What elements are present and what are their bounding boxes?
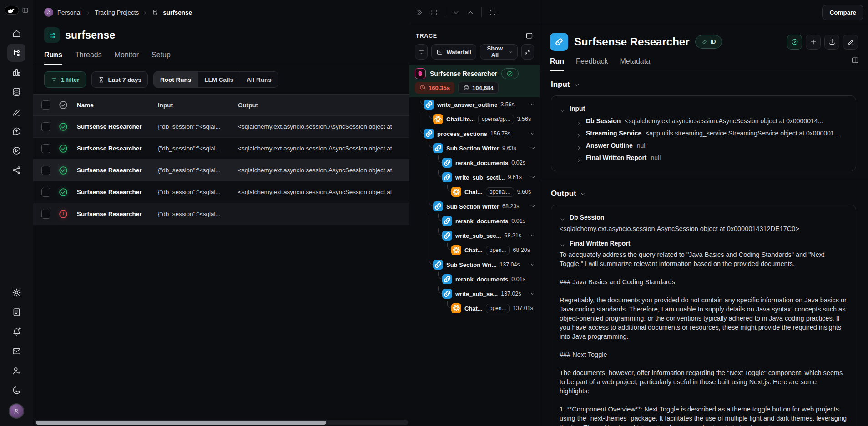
kv-row[interactable]: Db Session <sqlalchemy.ext.asyncio.sessi…	[560, 115, 848, 127]
chevron-down-icon[interactable]	[530, 232, 536, 239]
horizontal-scrollbar[interactable]	[35, 420, 408, 425]
chevron-down-icon[interactable]	[530, 291, 536, 297]
segment-root-runs[interactable]: Root Runs	[154, 72, 197, 87]
sidebar-item-annotation[interactable]	[7, 102, 25, 120]
chevron-right-icon[interactable]	[576, 118, 582, 124]
trace-tree-item[interactable]: ChatLite... openai/gp... 3.56s	[409, 112, 540, 126]
sidebar-item-theme-toggle[interactable]	[7, 381, 25, 399]
trace-tree-item[interactable]: Chat... open... 68.20s	[409, 243, 540, 257]
sidebar-item-docs[interactable]	[7, 303, 25, 321]
kv-row[interactable]: Input	[560, 103, 848, 115]
chevron-down-icon[interactable]	[530, 130, 536, 137]
share-button[interactable]	[824, 35, 839, 50]
run-id-button[interactable]: ID	[695, 35, 722, 49]
waterfall-button[interactable]: Waterfall	[431, 44, 476, 60]
detail-layout-icon[interactable]	[851, 56, 859, 64]
sidebar-item-tracing-projects[interactable]	[7, 44, 25, 62]
kv-row[interactable]: Answer Outline null	[560, 140, 848, 152]
workspace-avatar[interactable]	[44, 8, 53, 17]
tab-feedback[interactable]: Feedback	[576, 57, 608, 71]
chevron-right-icon[interactable]	[576, 155, 582, 161]
status-column-icon[interactable]	[58, 100, 68, 110]
trace-tree-item[interactable]: rerank_documents 0.01s	[409, 214, 540, 228]
user-avatar[interactable]	[9, 403, 24, 419]
table-row[interactable]: Surfsense Researcher {"db_session":"<sql…	[33, 116, 409, 138]
chevron-down-icon[interactable]	[560, 106, 565, 112]
sidebar-item-dashboards[interactable]	[7, 63, 25, 81]
tab-runs[interactable]: Runs	[44, 51, 62, 65]
chevron-down-icon[interactable]	[530, 145, 536, 151]
date-range-button[interactable]: Last 7 days	[91, 71, 148, 88]
trace-tree-item[interactable]: write_sub_se... 137.02s	[409, 286, 540, 301]
chevron-down-icon[interactable]	[530, 203, 536, 210]
sidebar-collapse-icon[interactable]	[22, 7, 29, 14]
trace-filter-button[interactable]	[415, 44, 428, 60]
sidebar-item-playground[interactable]	[7, 141, 25, 160]
row-checkbox[interactable]	[41, 210, 50, 219]
annotate-button[interactable]	[843, 35, 858, 50]
sidebar-item-notifications[interactable]	[7, 322, 25, 341]
collapse-detail-icon[interactable]	[416, 9, 424, 16]
sidebar-item-prompts[interactable]	[7, 122, 25, 140]
open-in-playground-button[interactable]	[787, 35, 802, 50]
trace-tree-item[interactable]: write_sub_secti... 9.61s	[409, 170, 540, 185]
column-header-output[interactable]: Output	[238, 102, 409, 109]
trace-tree-item[interactable]: Chat... open... 137.01s	[409, 301, 540, 316]
sidebar-item-inbox[interactable]	[7, 342, 25, 360]
row-checkbox[interactable]	[41, 188, 50, 197]
trace-tree-item[interactable]: write_sub_sec... 68.21s	[409, 228, 540, 243]
chevron-down-icon[interactable]	[530, 261, 536, 268]
tab-run[interactable]: Run	[550, 57, 564, 71]
trace-root-run[interactable]: Surfsense Researcher 160.35s 104,684	[409, 65, 540, 97]
breadcrumb-tracing-projects[interactable]: Tracing Projects	[95, 9, 139, 16]
show-all-dropdown[interactable]: Show All	[480, 44, 518, 60]
trace-tree-item[interactable]: rerank_documents 0.01s	[409, 272, 540, 286]
row-checkbox[interactable]	[41, 166, 50, 175]
sidebar-item-home[interactable]	[7, 24, 25, 42]
tab-setup[interactable]: Setup	[151, 51, 171, 65]
chevron-down-icon[interactable]	[560, 215, 565, 221]
kv-row[interactable]: Final Written Report	[560, 238, 848, 249]
segment-all-runs[interactable]: All Runs	[240, 72, 278, 87]
chevron-down-icon[interactable]	[530, 174, 536, 180]
input-section-header[interactable]: Input	[551, 80, 856, 89]
column-header-name[interactable]: Name	[77, 102, 158, 109]
trace-layout-icon[interactable]	[525, 32, 533, 40]
row-checkbox[interactable]	[41, 144, 50, 153]
langsmith-logo[interactable]	[5, 6, 19, 15]
trace-tree-item[interactable]: Chat... openai... 9.60s	[409, 185, 540, 199]
trace-tree-item[interactable]: Sub Section Wri... 137.04s	[409, 257, 540, 272]
chevron-right-icon[interactable]	[576, 130, 582, 136]
table-row[interactable]: Surfsense Researcher {"db_session":"<sql…	[33, 138, 409, 160]
segment-llm-calls[interactable]: LLM Calls	[197, 72, 240, 87]
next-run-icon[interactable]	[452, 9, 460, 16]
chevron-right-icon[interactable]	[576, 143, 582, 149]
sidebar-item-deployments[interactable]	[7, 161, 25, 179]
row-checkbox[interactable]	[41, 122, 50, 131]
chevron-down-icon[interactable]	[530, 101, 536, 108]
trace-tree-item[interactable]: Sub Section Writer 9.63s	[409, 141, 540, 155]
table-row[interactable]: Surfsense Researcher {"db_session":"<sql…	[33, 181, 409, 203]
collapse-all-button[interactable]	[521, 44, 534, 60]
breadcrumb-project[interactable]: surfsense	[163, 9, 192, 16]
expand-fullscreen-icon[interactable]	[430, 9, 438, 16]
column-header-input[interactable]: Input	[158, 102, 238, 109]
kv-row[interactable]: Db Session	[560, 212, 848, 223]
kv-row[interactable]: Final Written Report null	[560, 152, 848, 164]
tab-threads[interactable]: Threads	[75, 51, 102, 65]
trace-tree-item[interactable]: Sub Section Writer 68.23s	[409, 199, 540, 214]
table-row[interactable]: Surfsense Researcher {"db_session":"<sql…	[33, 203, 409, 225]
output-section-header[interactable]: Output	[551, 189, 856, 198]
trace-tree-item[interactable]: write_answer_outline 3.56s	[409, 97, 540, 112]
breadcrumb-personal[interactable]: Personal	[57, 9, 81, 16]
kv-row[interactable]: Streaming Service <app.utils.streaming_s…	[560, 127, 848, 140]
sidebar-item-settings[interactable]	[7, 283, 25, 301]
trace-tree-item[interactable]: process_sections 156.78s	[409, 126, 540, 141]
add-to-dataset-button[interactable]	[806, 35, 821, 50]
compare-button[interactable]: Compare	[822, 5, 863, 20]
trace-tree-item[interactable]: rerank_documents 0.02s	[409, 155, 540, 170]
sidebar-item-invite[interactable]	[7, 361, 25, 380]
select-all-checkbox[interactable]	[41, 100, 50, 110]
table-row[interactable]: Surfsense Researcher {"db_session":"<sql…	[33, 160, 409, 181]
tab-monitor[interactable]: Monitor	[115, 51, 139, 65]
